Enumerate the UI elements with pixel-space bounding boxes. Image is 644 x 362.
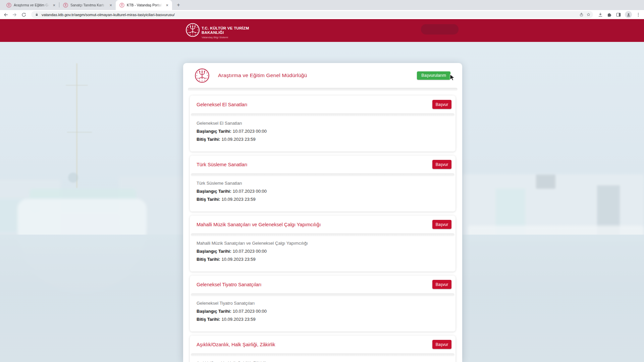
page-viewport: T.C. KÜLTÜR VE TURİZM BAKANLIĞI Vatandaş… — [0, 19, 644, 362]
application-list: Geleneksel El Sanatları Başvur Gelenekse… — [183, 91, 462, 362]
tab-sanatci-tanitma[interactable]: Sanatçı Tanıtma Kartı × — [59, 0, 116, 10]
card-header: Geleneksel El Sanatları Başvur — [190, 96, 455, 113]
application-card: Aşıklık/Ozanlık, Halk Şairliği, Zâkirlik… — [190, 336, 455, 362]
apply-button[interactable]: Başvur — [432, 160, 451, 169]
end-date-row: Bitiş Tarihi:10.09.2023 23:59 — [197, 196, 449, 202]
share-icon[interactable] — [579, 12, 584, 17]
start-date-row: Başlangıç Tarihi:10.07.2023 00:00 — [197, 128, 449, 134]
start-date-label: Başlangıç Tarihi: — [197, 309, 231, 314]
divider — [191, 293, 454, 296]
forward-icon[interactable] — [12, 12, 17, 17]
url-text: vatandas.ktb.gov.tr/aegm/somut-olmayan-k… — [42, 13, 175, 17]
end-date-label: Bitiş Tarihi: — [197, 257, 220, 262]
end-date-value: 10.09.2023 23:59 — [222, 137, 256, 142]
apply-button[interactable]: Başvur — [432, 220, 451, 229]
card-title: Geleneksel El Sanatları — [197, 102, 248, 107]
application-card: Türk Süsleme Sanatları Başvur Türk Süsle… — [190, 156, 455, 212]
start-date-label: Başlangıç Tarihi: — [197, 189, 231, 194]
card-title: Türk Süsleme Sanatları — [197, 162, 248, 167]
new-tab-button[interactable]: + — [174, 1, 182, 9]
download-icon[interactable] — [598, 12, 603, 17]
side-panel-icon[interactable] — [616, 12, 621, 17]
ktb-favicon-icon — [119, 3, 124, 8]
application-card: Geleneksel Tiyatro Sanatçıları Başvur Ge… — [190, 276, 455, 331]
application-card: Mahalli Müzik Sanatçıları ve Geleneksel … — [190, 216, 455, 272]
tab-close-icon[interactable]: × — [108, 3, 113, 8]
card-body: Aşıklık/Ozanlık, Halk Şairliği, Zâkirlik… — [190, 356, 455, 362]
tab-close-icon[interactable]: × — [52, 3, 56, 8]
url-bar[interactable]: vatandas.ktb.gov.tr/aegm/somut-olmayan-k… — [31, 11, 593, 18]
ministry-brand: T.C. KÜLTÜR VE TURİZM BAKANLIĞI Vatandaş… — [202, 26, 249, 39]
ministry-name-line2: BAKANLIĞI — [202, 31, 249, 35]
divider — [191, 113, 454, 116]
card-body: Geleneksel El Sanatları Başlangıç Tarihi… — [190, 116, 455, 152]
start-date-row: Başlangıç Tarihi:10.07.2023 00:00 — [197, 188, 449, 194]
ktb-favicon-icon — [63, 3, 68, 8]
directorate-emblem-icon — [195, 68, 210, 83]
account-button[interactable] — [421, 24, 459, 35]
card-header: Geleneksel Tiyatro Sanatçıları Başvur — [190, 276, 455, 293]
end-date-value: 10.09.2023 23:59 — [222, 197, 256, 202]
tab-vatandas-portali[interactable]: KTB - Vatandaş Portalı × — [116, 0, 172, 10]
browser-toolbar: vatandas.ktb.gov.tr/aegm/somut-olmayan-k… — [0, 10, 644, 19]
end-date-row: Bitiş Tarihi:10.09.2023 23:59 — [197, 136, 449, 142]
ktb-favicon-icon — [6, 3, 11, 8]
divider — [188, 88, 458, 91]
apply-button[interactable]: Başvur — [432, 280, 451, 289]
panel-header: Araştırma ve Eğitim Genel Müdürlüğü Başv… — [183, 63, 462, 88]
menu-kebab-icon[interactable] — [636, 12, 641, 17]
back-icon[interactable] — [3, 12, 8, 17]
card-title: Mahalli Müzik Sanatçıları ve Geleneksel … — [197, 222, 321, 227]
card-body: Mahalli Müzik Sanatçıları ve Geleneksel … — [190, 236, 455, 272]
tab-title: Araştırma ve Eğitim Genel Müd — [14, 3, 49, 7]
apply-button[interactable]: Başvur — [432, 100, 451, 109]
end-date-value: 10.09.2023 23:59 — [222, 257, 256, 262]
divider — [191, 353, 454, 356]
tab-title: KTB - Vatandaş Portalı — [127, 3, 162, 7]
end-date-value: 10.09.2023 23:59 — [222, 317, 256, 322]
start-date-value: 10.07.2023 00:00 — [233, 309, 267, 314]
site-header: T.C. KÜLTÜR VE TURİZM BAKANLIĞI Vatandaş… — [0, 19, 644, 42]
ministry-emblem-icon — [185, 23, 200, 37]
my-applications-button[interactable]: Başvurularım — [417, 71, 450, 80]
person-icon — [626, 12, 631, 17]
start-date-row: Başlangıç Tarihi:10.07.2023 00:00 — [197, 308, 449, 314]
tab-close-icon[interactable]: × — [165, 3, 169, 8]
start-date-label: Başlangıç Tarihi: — [197, 129, 231, 134]
card-body: Türk Süsleme Sanatları Başlangıç Tarihi:… — [190, 176, 455, 212]
start-date-value: 10.07.2023 00:00 — [233, 249, 267, 254]
card-header: Türk Süsleme Sanatları Başvur — [190, 156, 455, 173]
card-description: Geleneksel El Sanatları — [197, 120, 449, 126]
card-header: Aşıklık/Ozanlık, Halk Şairliği, Zâkirlik… — [190, 336, 455, 353]
end-date-label: Bitiş Tarihi: — [197, 137, 220, 142]
card-body: Geleneksel Tiyatro Sanatçıları Başlangıç… — [190, 296, 455, 331]
end-date-row: Bitiş Tarihi:10.09.2023 23:59 — [197, 316, 449, 322]
bookmark-star-icon[interactable] — [586, 12, 591, 17]
start-date-label: Başlangıç Tarihi: — [197, 249, 231, 254]
end-date-label: Bitiş Tarihi: — [197, 317, 220, 322]
start-date-value: 10.07.2023 00:00 — [233, 129, 267, 134]
card-description: Mahalli Müzik Sanatçıları ve Geleneksel … — [197, 240, 449, 246]
lock-icon[interactable] — [35, 12, 39, 17]
profile-avatar[interactable] — [625, 11, 632, 18]
divider — [191, 173, 454, 176]
application-card: Geleneksel El Sanatları Başvur Gelenekse… — [190, 96, 455, 152]
tab-aegm[interactable]: Araştırma ve Eğitim Genel Müd × — [3, 0, 59, 10]
reload-icon[interactable] — [21, 12, 26, 17]
card-title: Geleneksel Tiyatro Sanatçıları — [197, 282, 261, 287]
extensions-puzzle-icon[interactable] — [607, 12, 612, 17]
apply-button[interactable]: Başvur — [432, 340, 451, 349]
ministry-name-line1: T.C. KÜLTÜR VE TURİZM — [202, 26, 249, 31]
card-description: Aşıklık/Ozanlık, Halk Şairliği, Zâkirlik — [197, 360, 449, 362]
start-date-value: 10.07.2023 00:00 — [233, 189, 267, 194]
card-description: Türk Süsleme Sanatları — [197, 180, 449, 186]
start-date-row: Başlangıç Tarihi:10.07.2023 00:00 — [197, 248, 449, 254]
tab-title: Sanatçı Tanıtma Kartı — [70, 3, 106, 7]
page-title: Araştırma ve Eğitim Genel Müdürlüğü — [218, 72, 409, 78]
end-date-row: Bitiş Tarihi:10.09.2023 23:59 — [197, 256, 449, 262]
card-header: Mahalli Müzik Sanatçıları ve Geleneksel … — [190, 216, 455, 233]
divider — [191, 233, 454, 236]
end-date-label: Bitiş Tarihi: — [197, 197, 220, 202]
tab-strip: Araştırma ve Eğitim Genel Müd × Sanatçı … — [0, 0, 644, 10]
content-panel: Araştırma ve Eğitim Genel Müdürlüğü Başv… — [183, 63, 462, 362]
